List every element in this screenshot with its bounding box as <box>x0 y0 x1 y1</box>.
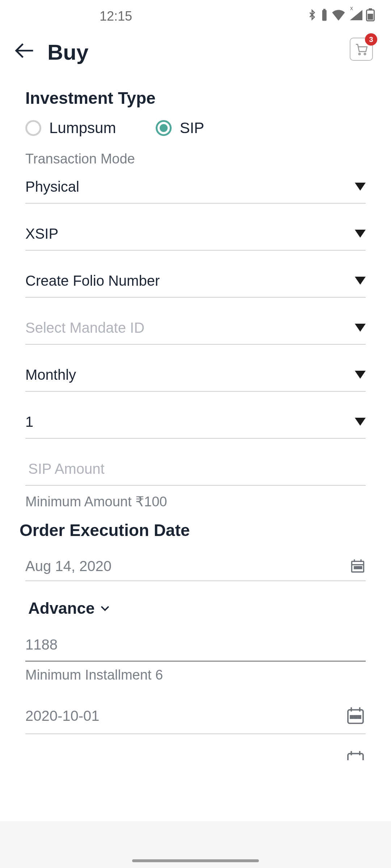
min-installment-helper: Minimum Installment 6 <box>25 667 366 683</box>
radio-lumpsum-label: Lumpsum <box>49 119 116 137</box>
svg-rect-4 <box>368 14 373 20</box>
chevron-down-icon <box>355 371 366 379</box>
radio-sip-label: SIP <box>180 119 204 137</box>
transaction-mode-value: Physical <box>25 179 79 195</box>
end-date-field-partial[interactable] <box>25 749 366 760</box>
sip-amount-placeholder: SIP Amount <box>25 461 105 477</box>
chevron-down-icon <box>355 230 366 238</box>
app-header: Buy 3 <box>0 33 391 79</box>
installments-input[interactable]: 1188 <box>25 628 366 661</box>
execution-date-value: Aug 14, 2020 <box>25 558 112 574</box>
start-date-value: 2020-10-01 <box>25 708 100 724</box>
mandate-placeholder: Select Mandate ID <box>25 320 144 336</box>
folio-select[interactable]: Create Folio Number <box>25 264 366 298</box>
chevron-down-icon <box>355 418 366 426</box>
day-select[interactable]: 1 <box>25 405 366 439</box>
frequency-value: Monthly <box>25 367 76 383</box>
wifi-icon <box>331 9 346 24</box>
execution-date-field[interactable]: Aug 14, 2020 <box>25 552 366 581</box>
sip-amount-input[interactable]: SIP Amount <box>25 452 366 486</box>
status-bar: 12:15 x <box>0 0 391 33</box>
battery-bt-icon <box>321 8 328 25</box>
svg-rect-3 <box>369 8 372 10</box>
svg-rect-0 <box>322 10 327 21</box>
calendar-icon <box>350 558 366 574</box>
chevron-down-icon <box>100 603 110 614</box>
order-execution-heading: Order Execution Date <box>20 520 366 540</box>
mandate-select[interactable]: Select Mandate ID <box>25 311 366 345</box>
svg-rect-13 <box>357 567 359 569</box>
investment-type-heading: Investment Type <box>25 88 366 108</box>
nav-handle[interactable] <box>132 859 259 862</box>
svg-point-7 <box>364 53 366 55</box>
battery-icon <box>366 8 375 25</box>
calendar-icon <box>345 749 366 760</box>
day-value: 1 <box>25 414 33 430</box>
main-content: Investment Type Lumpsum SIP Transaction … <box>0 88 391 760</box>
sip-type-value: XSIP <box>25 226 58 242</box>
transaction-mode-select[interactable]: Physical <box>25 170 366 204</box>
calendar-icon <box>345 706 366 726</box>
svg-rect-21 <box>348 754 363 760</box>
svg-rect-18 <box>350 716 353 718</box>
back-arrow-icon[interactable] <box>14 41 35 64</box>
svg-rect-14 <box>360 567 362 569</box>
svg-rect-19 <box>354 716 357 718</box>
frequency-select[interactable]: Monthly <box>25 358 366 392</box>
radio-sip-circle <box>156 120 172 136</box>
bluetooth-icon <box>307 8 318 25</box>
radio-lumpsum-circle <box>25 120 41 136</box>
folio-value: Create Folio Number <box>25 273 160 289</box>
min-amount-helper: Minimum Amount ₹100 <box>25 494 366 510</box>
radio-lumpsum[interactable]: Lumpsum <box>25 119 116 137</box>
svg-rect-1 <box>323 9 325 10</box>
cart-button[interactable]: 3 <box>350 38 373 61</box>
chevron-down-icon <box>355 183 366 191</box>
signal-icon: x <box>349 9 362 24</box>
installments-value: 1188 <box>25 637 58 653</box>
advance-toggle[interactable]: Advance <box>25 599 366 617</box>
start-date-field[interactable]: 2020-10-01 <box>25 698 366 734</box>
status-time: 12:15 <box>100 9 132 24</box>
radio-sip[interactable]: SIP <box>156 119 204 137</box>
sip-type-select[interactable]: XSIP <box>25 217 366 251</box>
cart-badge: 3 <box>365 33 377 46</box>
page-title: Buy <box>47 40 88 65</box>
advance-label: Advance <box>28 599 94 617</box>
svg-rect-20 <box>358 716 361 718</box>
svg-point-6 <box>359 53 360 55</box>
transaction-mode-label: Transaction Mode <box>25 151 366 167</box>
chevron-down-icon <box>355 324 366 332</box>
chevron-down-icon <box>355 277 366 285</box>
cart-icon <box>354 42 369 56</box>
investment-type-radios: Lumpsum SIP <box>25 119 366 137</box>
svg-rect-12 <box>354 567 357 569</box>
status-icons: x <box>307 8 375 25</box>
